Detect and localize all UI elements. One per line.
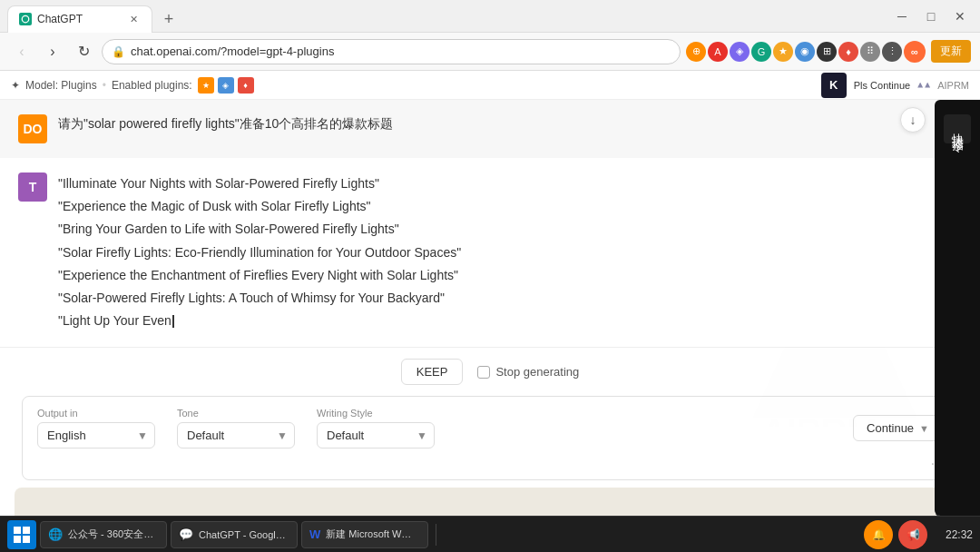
ext-icon-4[interactable]: G	[751, 42, 771, 62]
aiprm-label: AIPRM	[937, 80, 969, 91]
taskbar-clock: 22:32	[936, 528, 973, 541]
ai-content: "Illuminate Your Nights with Solar-Power…	[58, 172, 962, 332]
new-tab-button[interactable]: +	[156, 7, 181, 33]
ext-icon-8[interactable]: ♦	[838, 42, 858, 62]
svg-rect-5	[23, 527, 30, 534]
active-tab[interactable]: ChatGPT ✕	[7, 5, 152, 33]
profile-icon[interactable]: ∞	[904, 41, 926, 63]
taskbar-item-3[interactable]: W 新建 Microsoft Word...	[301, 521, 428, 548]
window-controls: ─ □ ✕	[889, 4, 973, 29]
separator: •	[103, 79, 106, 92]
start-button[interactable]	[7, 520, 36, 549]
writing-style-setting: Writing Style Default Formal ▼	[317, 408, 435, 448]
output-label: Output in	[37, 408, 155, 419]
ai-line-5: "Experience the Enchantment of Fireflies…	[58, 264, 962, 287]
lock-icon: 🔒	[112, 45, 125, 58]
aiprm-header-controls: K Pls Continue AIPRM	[821, 73, 969, 98]
stop-label: Stop generating	[495, 365, 579, 379]
tray-icon-2[interactable]: 📢	[898, 520, 927, 549]
tone-select-wrapper: Default Formal Casual ▼	[177, 422, 295, 448]
stop-generating-label[interactable]: Stop generating	[477, 365, 579, 379]
ai-line-2: "Experience the Magic of Dusk with Solar…	[58, 195, 962, 218]
system-tray: 🔔 📢 22:32	[864, 520, 973, 549]
extension-icons: ⊕ A ◈ G ★ ◉ ⊞ ♦ ⠿ ⋮ ∞	[686, 41, 926, 63]
plugin-icon-3: ♦	[238, 77, 254, 94]
quick-cmd-button[interactable]: 快捷指令	[944, 114, 971, 143]
address-bar: ‹ › ↻ 🔒 chat.openai.com/?model=gpt-4-plu…	[0, 33, 980, 71]
keep-button[interactable]: KEEP	[401, 359, 464, 385]
ext-icon-7[interactable]: ⊞	[817, 42, 837, 62]
ext-icon-1[interactable]: ⊕	[686, 42, 706, 62]
cursor	[172, 315, 174, 328]
aiprm-pls-continue: Pls Continue	[854, 80, 910, 91]
address-input[interactable]: 🔒 chat.openai.com/?model=gpt-4-plugins	[102, 39, 681, 64]
url-text: chat.openai.com/?model=gpt-4-plugins	[131, 44, 671, 58]
minimize-button[interactable]: ─	[889, 4, 915, 29]
reload-button[interactable]: ↻	[71, 39, 96, 64]
settings-dots: ...	[37, 452, 943, 468]
tone-select[interactable]: Default Formal Casual	[177, 422, 295, 448]
taskbar-label-3: 新建 Microsoft Word...	[326, 527, 416, 541]
ai-line-7: "Light Up Your Even	[58, 310, 962, 332]
ext-icon-puzzle[interactable]: ⠿	[860, 42, 880, 62]
taskbar: 🌐 公众号 - 360安全浏... 💬 ChatGPT - Google C..…	[0, 516, 980, 552]
ext-icon-menu[interactable]: ⋮	[882, 42, 902, 62]
tab-area: ChatGPT ✕ +	[7, 0, 882, 33]
tone-label: Tone	[177, 408, 295, 419]
svg-text:AIPRM: AIPRM	[762, 412, 877, 427]
taskbar-icon-1: 🌐	[48, 527, 63, 541]
back-button[interactable]: ‹	[9, 39, 34, 64]
ai-line-6: "Solar-Powered Firefly Lights: A Touch o…	[58, 287, 962, 310]
taskbar-separator	[436, 524, 436, 546]
stop-checkbox[interactable]	[477, 366, 490, 379]
input-area: 🎤	[15, 488, 965, 516]
model-info: ✦ Model: Plugins • Enabled plugins: ★ ◈ …	[11, 77, 254, 94]
ai-message: T "Illuminate Your Nights with Solar-Pow…	[0, 158, 980, 347]
svg-rect-6	[14, 536, 21, 543]
model-icon: ✦	[11, 79, 20, 92]
plugin-icon-2: ◈	[218, 77, 234, 94]
close-button[interactable]: ✕	[947, 4, 973, 29]
taskbar-item-2[interactable]: 💬 ChatGPT - Google C...	[171, 521, 298, 548]
scroll-down-area: ↓	[900, 107, 926, 133]
ai-line-3: "Bring Your Garden to Life with Solar-Po…	[58, 218, 962, 241]
user-message: DO 请为"solar powered firefly lights"准备10个…	[0, 100, 980, 158]
aiprm-logo-small	[917, 83, 930, 88]
model-label: Model: Plugins	[25, 79, 97, 92]
ext-icon-2[interactable]: A	[708, 42, 728, 62]
ext-icon-6[interactable]: ◉	[795, 42, 815, 62]
ai-line-4: "Solar Firefly Lights: Eco-Friendly Illu…	[58, 242, 962, 264]
maximize-button[interactable]: □	[918, 4, 944, 29]
ext-icon-5[interactable]: ★	[773, 42, 793, 62]
tab-label: ChatGPT	[37, 13, 121, 25]
aiprm-icon: K	[821, 73, 847, 98]
taskbar-label-1: 公众号 - 360安全浏...	[68, 527, 159, 541]
plugin-icon-1: ★	[198, 77, 214, 94]
writing-style-label: Writing Style	[317, 408, 435, 419]
output-setting: Output in English Chinese Spanish ▼	[37, 408, 155, 448]
main-content: AIPRM ↓ 快捷指令 DO 请为"solar powered firefly…	[0, 100, 980, 516]
enabled-label: Enabled plugins:	[112, 79, 192, 92]
tab-close-button[interactable]: ✕	[126, 12, 141, 26]
ai-line-1: "Illuminate Your Nights with Solar-Power…	[58, 172, 962, 195]
ai-avatar: T	[18, 172, 47, 202]
user-message-text: 请为"solar powered firefly lights"准备10个高排名…	[58, 114, 393, 133]
quick-cmd-panel: 快捷指令	[935, 100, 980, 516]
update-button[interactable]: 更新	[931, 40, 971, 63]
taskbar-icon-3: W	[309, 527, 320, 541]
forward-button[interactable]: ›	[40, 39, 65, 64]
ext-icon-3[interactable]: ◈	[730, 42, 750, 62]
output-select-wrapper: English Chinese Spanish ▼	[37, 422, 155, 448]
taskbar-item-1[interactable]: 🌐 公众号 - 360安全浏...	[40, 521, 167, 548]
taskbar-icon-2: 💬	[179, 527, 193, 541]
tone-setting: Tone Default Formal Casual ▼	[177, 408, 295, 448]
tray-icon-1[interactable]: 🔔	[864, 520, 893, 549]
scroll-down-button[interactable]: ↓	[900, 107, 926, 133]
output-select[interactable]: English Chinese Spanish	[37, 422, 155, 448]
writing-style-select[interactable]: Default Formal	[317, 422, 435, 448]
writing-style-select-wrapper: Default Formal ▼	[317, 422, 435, 448]
model-bar: ✦ Model: Plugins • Enabled plugins: ★ ◈ …	[0, 71, 980, 100]
user-avatar: DO	[18, 114, 47, 143]
tab-favicon	[19, 13, 32, 25]
title-bar: ChatGPT ✕ + ─ □ ✕	[0, 0, 980, 33]
